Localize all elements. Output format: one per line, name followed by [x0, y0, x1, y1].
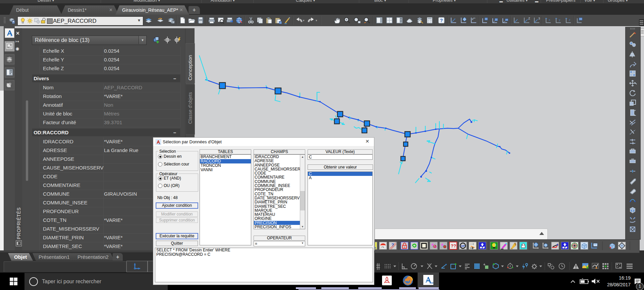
svg-text:XP: XP: [461, 244, 465, 248]
svg-text:PK: PK: [381, 246, 385, 248]
svg-text:M3D: M3D: [430, 282, 433, 284]
svg-text:?: ?: [391, 242, 394, 247]
svg-text:??: ??: [451, 243, 456, 248]
